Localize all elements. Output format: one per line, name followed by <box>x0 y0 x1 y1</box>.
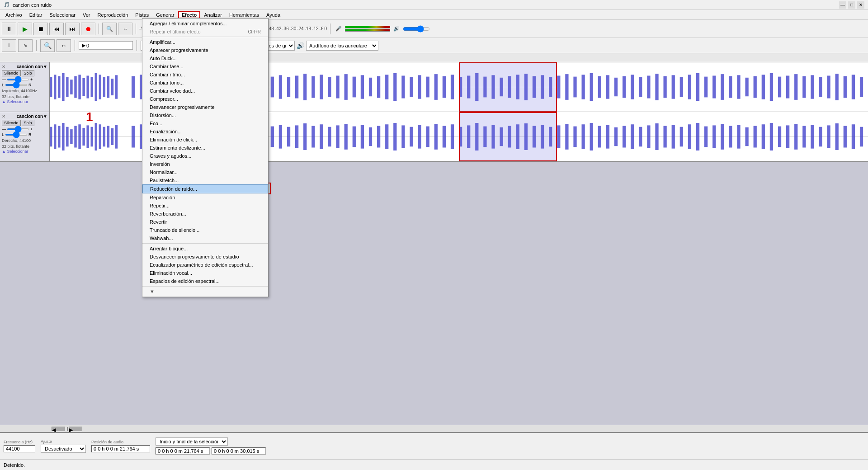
svg-rect-66 <box>516 75 519 99</box>
menu-seleccionar[interactable]: Seleccionar <box>46 11 79 19</box>
selection-end-input[interactable] <box>212 447 266 455</box>
svg-rect-101 <box>802 76 806 98</box>
menu-ver[interactable]: Ver <box>79 11 94 19</box>
maximize-button[interactable]: □ <box>848 1 855 9</box>
menu-reverberacion[interactable]: Reverberación... <box>142 210 268 218</box>
ajuste-select[interactable]: Desactivado <box>41 445 86 453</box>
zoom-in-button[interactable]: 🔍 <box>102 23 117 35</box>
svg-rect-94 <box>745 78 749 96</box>
pause-button[interactable]: ⏸ <box>2 23 16 35</box>
track1-solo[interactable]: Solo <box>22 70 34 76</box>
volume-slider[interactable] <box>403 25 430 33</box>
menu-repetir-efecto[interactable]: Repetir el último efecto Ctrl+R <box>142 28 268 36</box>
svg-rect-68 <box>533 76 536 98</box>
track1-mute[interactable]: Silencio <box>2 70 21 76</box>
track2-solo[interactable]: Solo <box>22 120 34 126</box>
minimize-button[interactable]: — <box>839 1 846 9</box>
stop-button[interactable]: ⏹ <box>33 23 48 35</box>
menu-archivo[interactable]: Archivo <box>2 11 26 19</box>
scroll-right-btn[interactable]: ▶ <box>69 427 82 431</box>
menu-compresor[interactable]: Compresor... <box>142 95 268 103</box>
menu-cambiar-ritmo[interactable]: Cambiar ritmo... <box>142 70 268 79</box>
track1-pan[interactable] <box>5 84 28 86</box>
scroll-thumb[interactable] <box>67 427 68 431</box>
svg-rect-149 <box>303 123 307 150</box>
menu-estiramiento-deslizante[interactable]: Estiramiento deslizante... <box>142 144 268 152</box>
svg-rect-210 <box>802 126 806 148</box>
menu-cambiar-tono[interactable]: Cambiar tono... <box>142 79 268 87</box>
menu-graves-agudos[interactable]: Graves y agudos... <box>142 152 268 160</box>
menu-editar[interactable]: Editar <box>26 11 46 19</box>
effect-dropdown-menu: Agregar / eliminar complementos... Repet… <box>142 18 269 297</box>
menu-cambiar-fase[interactable]: Cambiar fase... <box>142 62 268 70</box>
svg-rect-173 <box>500 127 503 146</box>
output-device-select[interactable]: Audífono de los auriculare <box>306 41 378 51</box>
svg-rect-41 <box>311 76 315 98</box>
menu-eco[interactable]: Eco... <box>142 119 268 127</box>
track2-pan[interactable] <box>5 134 28 136</box>
record-button[interactable]: ⏺ <box>81 23 95 35</box>
track1-select[interactable]: ▲ Seleccionar <box>2 99 47 104</box>
menu-eliminacion-vocal[interactable]: Eliminación vocal... <box>142 269 268 277</box>
separator1 <box>99 24 99 34</box>
menu-eliminacion-click[interactable]: Eliminación de click... <box>142 136 268 144</box>
menu-scroll-down[interactable]: ▼ <box>142 287 268 296</box>
selection-start-input[interactable] <box>156 447 210 455</box>
prev-button[interactable]: ⏮ <box>49 23 64 35</box>
track2-mute[interactable]: Silencio <box>2 120 21 126</box>
track1-close[interactable]: ✕ <box>2 64 5 69</box>
position-input[interactable] <box>91 445 150 452</box>
menu-ecualizacion[interactable]: Ecualización... <box>142 127 268 136</box>
menu-efecto[interactable]: Efecto <box>178 11 201 19</box>
tool-envelope[interactable]: ∿ <box>18 39 33 52</box>
svg-rect-159 <box>385 124 388 149</box>
menu-inversion[interactable]: Inversión <box>142 160 268 168</box>
zoom-fit-button[interactable]: ↔ <box>118 23 132 35</box>
track2-gain[interactable] <box>7 128 29 130</box>
menu-paulstretch[interactable]: Paulstretch... <box>142 176 268 184</box>
menu-wahwah[interactable]: Wahwah... <box>142 234 268 242</box>
svg-rect-72 <box>565 74 568 100</box>
menu-auto-duck[interactable]: Auto Duck... <box>142 54 268 62</box>
svg-rect-214 <box>835 123 839 150</box>
play-button[interactable]: ▶ <box>18 23 32 35</box>
menu-distorsion[interactable]: Distorsión... <box>142 111 268 119</box>
track2-select[interactable]: ▲ Seleccionar <box>2 149 47 154</box>
menu-repetir[interactable]: Repetir... <box>142 202 268 210</box>
menu-herramientas[interactable]: Herramientas <box>226 11 263 19</box>
playback-start[interactable] <box>86 43 123 48</box>
next-button[interactable]: ⏭ <box>65 23 80 35</box>
selection-mode-select[interactable]: Inicio y final de la selección <box>156 437 228 446</box>
tool-select[interactable]: I <box>2 39 16 52</box>
svg-rect-61 <box>475 73 478 101</box>
menu-reduccion-ruido[interactable]: Reducción de ruido... <box>142 184 268 193</box>
menu-agregar-complementos[interactable]: Agregar / eliminar complementos... <box>142 19 268 28</box>
menu-espacios-espectral[interactable]: Espacios de edición espectral... <box>142 277 268 285</box>
menu-ecualizador-espectral[interactable]: Ecualizador paramétrico de edición espec… <box>142 261 268 269</box>
menu-truncado-silencio[interactable]: Truncado de silencio... <box>142 226 268 234</box>
menu-reproduccion[interactable]: Reproducción <box>94 11 132 19</box>
close-button[interactable]: ✕ <box>857 1 864 9</box>
zoom-out-btn[interactable]: ↔ <box>57 39 71 52</box>
menu-pistas[interactable]: Pistas <box>132 11 152 19</box>
horizontal-scrollbar[interactable]: ◀ ▶ <box>0 425 868 432</box>
scroll-left-btn[interactable]: ◀ <box>52 427 65 431</box>
menu-arreglar-bloque[interactable]: Arreglar bloque... <box>142 244 268 253</box>
menu-amplificar[interactable]: Amplificar... <box>142 38 268 46</box>
menu-revertir[interactable]: Revertir <box>142 218 268 226</box>
menu-aparecer-prog[interactable]: Aparecer progresivamente <box>142 46 268 54</box>
track1-gain[interactable] <box>7 79 29 80</box>
menu-desvanecer-prog[interactable]: Desvanecer progresivamente <box>142 103 268 111</box>
zoom-in-btn2[interactable]: 🔍 <box>40 39 55 52</box>
menu-normalizar[interactable]: Normalizar... <box>142 168 268 176</box>
svg-rect-56 <box>434 74 438 100</box>
menu-cambiar-velocidad[interactable]: Cambiar velocidad... <box>142 87 268 95</box>
menu-ayuda[interactable]: Ayuda <box>263 11 284 19</box>
frequency-input[interactable] <box>4 445 35 452</box>
track2-close[interactable]: ✕ <box>2 114 5 119</box>
svg-rect-204 <box>754 126 757 148</box>
menu-generar[interactable]: Generar <box>152 11 178 19</box>
menu-reparacion[interactable]: Reparación <box>142 193 268 202</box>
menu-desvanecer-estudio[interactable]: Desvanecer progresivamente de estudio <box>142 253 268 261</box>
menu-analizar[interactable]: Analizar <box>200 11 226 19</box>
